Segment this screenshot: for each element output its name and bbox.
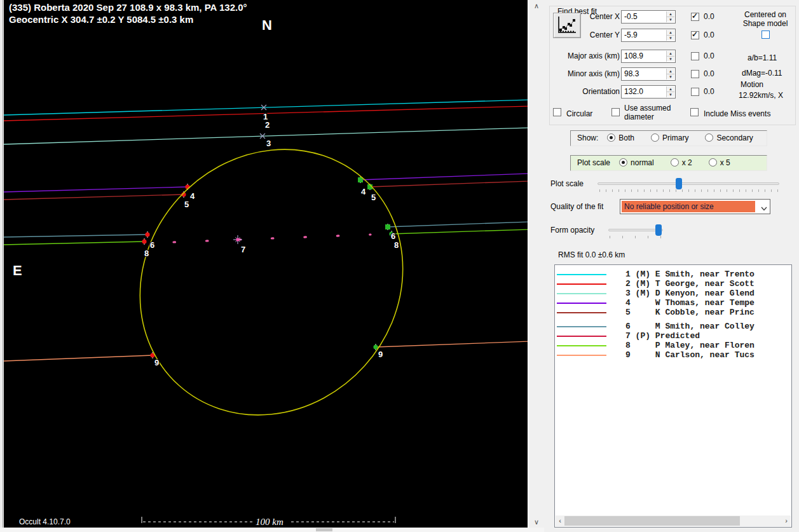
radio-label: x 2: [682, 158, 692, 167]
fit-row-label: Minor axis (km): [568, 69, 620, 78]
fit-row-input[interactable]: 132.0▲▼: [621, 85, 676, 99]
plot-scale-slider-thumb[interactable]: [676, 178, 682, 189]
scroll-right-icon[interactable]: ›: [782, 516, 791, 526]
legend-entry-text: 7 (P) Predicted: [625, 331, 700, 341]
legend-color-line: [557, 345, 606, 346]
radio-x2[interactable]: [671, 158, 679, 167]
chord-5-line: [370, 181, 528, 187]
north-label: N: [262, 17, 272, 33]
chord-8-label: 8: [394, 240, 399, 250]
radio-Primary[interactable]: [651, 133, 659, 142]
quality-of-fit-label: Quality of the fit: [550, 202, 603, 211]
spinner-buttons[interactable]: ▲▼: [666, 30, 674, 41]
centered-on-shape-model-label: Centered on Shape model ✓: [736, 10, 795, 39]
legend-row[interactable]: 4 W Thomas, near Tempe: [557, 298, 791, 308]
plot-scale-slider-ticks: [599, 189, 779, 192]
fix-zero-checkbox[interactable]: ✓: [691, 13, 699, 21]
scroll-up-icon[interactable]: ∧: [530, 0, 543, 11]
spin-up-icon[interactable]: ▲: [667, 11, 674, 17]
fit-row-label: Center X: [590, 12, 620, 21]
legend-row[interactable]: 1 (M) E Smith, near Trento: [557, 269, 791, 279]
radio-label: x 5: [720, 158, 730, 167]
form-opacity-slider-thumb[interactable]: [655, 224, 662, 236]
plot-scale-options-group: Plot scalenormalx 2x 5: [570, 155, 767, 171]
spinner-buttons[interactable]: ▲▼: [666, 51, 674, 62]
fix-zero-checkbox[interactable]: ✓: [691, 70, 699, 78]
include-miss-events-checkbox[interactable]: ✓: [690, 108, 699, 116]
centered-on-shape-model-checkbox[interactable]: ✓: [761, 31, 770, 39]
radio-x5[interactable]: [709, 158, 717, 167]
motion-value: 12.92km/s, X: [739, 91, 783, 100]
circular-checkbox[interactable]: ✓: [553, 108, 561, 116]
main-horizontal-scrollbar[interactable]: [0, 528, 544, 532]
quality-of-fit-value: No reliable position or size: [622, 201, 755, 212]
motion-label: Motion: [741, 80, 763, 89]
spinner-buttons[interactable]: ▲▼: [666, 69, 674, 79]
occultation-plot: 12344556678899 (335) Roberta 2020 Sep 27…: [4, 0, 529, 528]
spin-down-icon[interactable]: ▼: [667, 56, 674, 61]
main-vertical-scrollbar[interactable]: ∧ ∨: [530, 0, 543, 528]
scroll-down-icon[interactable]: ∨: [530, 516, 543, 528]
occult-fit-window: 12344556678899 (335) Roberta 2020 Sep 27…: [0, 0, 799, 532]
include-miss-events-label: Include Miss events: [704, 109, 770, 118]
quality-of-fit-dropdown[interactable]: No reliable position or size: [620, 199, 770, 214]
legend-horizontal-scrollbar-thumb[interactable]: [564, 516, 740, 526]
legend-entry-text: 2 (M) T George, near Scott: [625, 279, 755, 289]
radio-normal[interactable]: [619, 158, 627, 167]
fit-row-label: Center Y: [590, 31, 620, 39]
spinner-buttons[interactable]: ▲▼: [666, 86, 674, 97]
legend-entry-text: 3 (M) D Kenyon, near Glend: [625, 289, 755, 298]
legend-row[interactable]: 6 M Smith, near Colley: [557, 322, 791, 331]
legend-row[interactable]: 9 N Carlson, near Tucs: [557, 350, 791, 360]
legend-horizontal-scrollbar[interactable]: ‹ ›: [556, 515, 791, 526]
fix-zero-label: 0.0: [704, 31, 714, 39]
legend-row[interactable]: 8 P Maley, near Floren: [557, 341, 791, 350]
legend-entry-text: 1 (M) E Smith, near Trento: [625, 269, 755, 279]
observer-legend-listbox[interactable]: 1 (M) E Smith, near Trento2 (M) T George…: [554, 264, 792, 528]
legend-row[interactable]: 7 (P) Predicted: [557, 331, 791, 341]
scroll-left-icon[interactable]: ‹: [556, 516, 564, 526]
radio-Both[interactable]: [607, 133, 615, 142]
legend-row[interactable]: 2 (M) T George, near Scott: [557, 279, 791, 289]
chord-4-line: [360, 174, 528, 180]
spin-down-icon[interactable]: ▼: [667, 35, 674, 40]
spin-down-icon[interactable]: ▼: [667, 92, 674, 97]
legend-color-line: [557, 293, 606, 294]
legend-color-line: [557, 355, 606, 356]
fix-zero-checkbox[interactable]: ✓: [691, 31, 699, 39]
plot-scale-slider-track[interactable]: [598, 182, 779, 185]
fit-row-input[interactable]: -5.9▲▼: [621, 29, 676, 42]
legend-color-line: [557, 336, 606, 337]
main-horizontal-scrollbar-thumb[interactable]: [316, 528, 332, 531]
spin-up-icon[interactable]: ▲: [667, 51, 674, 56]
show-options-group: Show:BothPrimarySecondary: [570, 130, 767, 146]
legend-row[interactable]: 5 K Cobble, near Princ: [557, 308, 791, 317]
fit-row-input[interactable]: 98.3▲▼: [621, 67, 676, 81]
use-assumed-diameter-checkbox[interactable]: ✓: [611, 108, 620, 116]
chord-5-label: 5: [184, 200, 189, 209]
plot-canvas[interactable]: 12344556678899 (335) Roberta 2020 Sep 27…: [4, 0, 528, 528]
chord-5-line: [4, 194, 184, 200]
legend-row[interactable]: 3 (M) D Kenyon, near Glend: [557, 289, 791, 298]
radio-Secondary[interactable]: [705, 133, 713, 142]
spin-up-icon[interactable]: ▲: [667, 69, 674, 74]
chord-6-line: [388, 222, 528, 227]
window-left-edge: [0, 0, 3, 528]
fit-row-input[interactable]: -0.5▲▼: [621, 10, 676, 24]
spin-up-icon[interactable]: ▲: [667, 30, 674, 35]
chord-5-label: 5: [371, 193, 376, 202]
chord-9-label: 9: [154, 358, 159, 367]
fix-zero-checkbox[interactable]: ✓: [691, 88, 699, 96]
chord-7-predicted-dots: [174, 235, 371, 242]
spin-up-icon[interactable]: ▲: [667, 86, 674, 92]
spinner-buttons[interactable]: ▲▼: [666, 11, 674, 22]
chord-3-label: 3: [266, 139, 271, 148]
spin-down-icon[interactable]: ▼: [667, 17, 674, 22]
fix-zero-checkbox[interactable]: ✓: [691, 52, 699, 60]
fix-zero-label: 0.0: [704, 51, 714, 60]
fit-row-input[interactable]: 108.9▲▼: [621, 50, 676, 63]
spin-down-icon[interactable]: ▼: [667, 74, 674, 79]
dmag-value: dMag=-0.11: [742, 69, 782, 78]
form-opacity-label: Form opacity: [550, 226, 594, 235]
chord-4-label: 4: [361, 187, 366, 196]
